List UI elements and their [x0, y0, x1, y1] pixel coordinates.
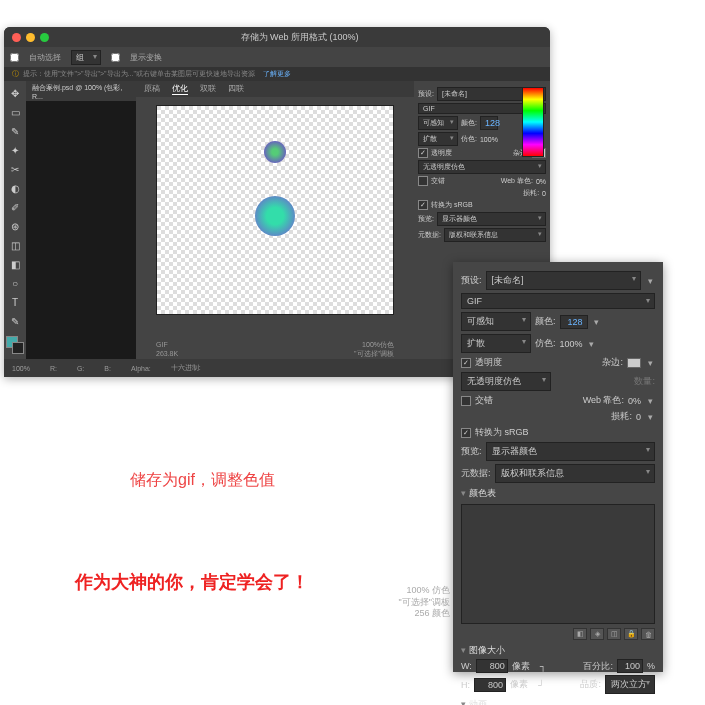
percent-input[interactable] — [617, 659, 643, 673]
ct-btn-lock-icon[interactable]: 🔒 — [624, 628, 638, 640]
hint-bar: ⓘ 提示：使用"文件">"导出">"导出为..."或右键单击某图层可更快速地导出… — [4, 67, 550, 81]
eyedrop-tool-icon[interactable]: ◐ — [7, 180, 23, 196]
preset-select-lg[interactable]: [未命名] — [486, 271, 641, 290]
pen-tool-icon[interactable]: ✎ — [7, 313, 23, 329]
color-swatch[interactable] — [6, 336, 24, 354]
show-transform-label: 显示变换 — [130, 52, 162, 63]
text-tool-icon[interactable]: T — [7, 294, 23, 310]
preview-canvas[interactable] — [156, 105, 394, 315]
toolbar: ✥ ▭ ✎ ✦ ✂ ◐ ✐ ⊛ ◫ ◧ ○ T ✎ — [4, 81, 26, 371]
marquee-tool-icon[interactable]: ▭ — [7, 104, 23, 120]
transparency-checkbox-lg[interactable] — [461, 358, 471, 368]
preview-tabs: 原稿 优化 双联 四联 — [136, 81, 414, 97]
tab-4up[interactable]: 四联 — [228, 83, 244, 95]
ct-btn-1[interactable]: ◧ — [573, 628, 587, 640]
move-tool-icon[interactable]: ✥ — [7, 85, 23, 101]
width-input[interactable] — [476, 659, 508, 673]
options-bar: 自动选择 组 显示变换 — [4, 47, 550, 67]
tab-original[interactable]: 原稿 — [144, 83, 160, 95]
preview-select-lg[interactable]: 显示器颜色 — [486, 442, 655, 461]
window-controls[interactable] — [12, 33, 49, 42]
zoom-icon[interactable] — [40, 33, 49, 42]
shape-small — [264, 141, 286, 163]
settings-panel-large: 预设:[未命名]▾ GIF 可感知颜色:128▾ 扩散仿色:100%▾ 透明度杂… — [453, 262, 663, 672]
dither-select-lg[interactable]: 扩散 — [461, 334, 531, 353]
gradient-tool-icon[interactable]: ◧ — [7, 256, 23, 272]
dither-dropdown-icon[interactable]: ▾ — [587, 339, 597, 349]
dodge-tool-icon[interactable]: ○ — [7, 275, 23, 291]
transparency-checkbox[interactable] — [418, 148, 428, 158]
window-title: 存储为 Web 所用格式 (100%) — [57, 31, 542, 44]
brush-tool-icon[interactable]: ✐ — [7, 199, 23, 215]
trans-dither-select-lg[interactable]: 无透明度仿色 — [461, 372, 551, 391]
side-info: 100% 仿色"可选择"调板256 颜色 — [399, 585, 450, 620]
matte-swatch-lg[interactable] — [627, 358, 641, 368]
zoom-level[interactable]: 100% — [12, 365, 30, 372]
anim-label: 动画 — [469, 699, 487, 705]
titlebar: 存储为 Web 所用格式 (100%) — [4, 27, 550, 47]
ct-btn-3[interactable]: ◫ — [607, 628, 621, 640]
wand-tool-icon[interactable]: ✦ — [7, 142, 23, 158]
caption-2: 作为大神的你，肯定学会了！ — [75, 570, 309, 594]
learn-more-link[interactable]: 了解更多 — [263, 69, 291, 79]
preview-area: 原稿 优化 双联 四联 GIF 263.8K 48 @ 56.6 Kbps 10… — [136, 81, 414, 371]
preview-select[interactable]: 显示器颜色 — [437, 212, 546, 226]
show-transform-checkbox[interactable] — [111, 53, 120, 62]
trans-dither-select[interactable]: 无透明度仿色 — [418, 160, 546, 174]
interlace-checkbox[interactable] — [418, 176, 428, 186]
tab-optimized[interactable]: 优化 — [172, 83, 188, 95]
format-select-lg[interactable]: GIF — [461, 293, 655, 309]
shape-large — [255, 196, 295, 236]
algo-select-lg[interactable]: 可感知 — [461, 312, 531, 331]
preset-label: 预设: — [418, 89, 434, 99]
colors-input-lg[interactable]: 128 — [560, 315, 588, 329]
caption-1: 储存为gif，调整色值 — [130, 470, 275, 491]
tab-2up[interactable]: 双联 — [200, 83, 216, 95]
lasso-tool-icon[interactable]: ✎ — [7, 123, 23, 139]
group-select[interactable]: 组 — [71, 50, 101, 65]
height-input[interactable] — [474, 678, 506, 692]
ct-btn-2[interactable]: ◈ — [590, 628, 604, 640]
metadata-select[interactable]: 版权和联系信息 — [444, 228, 546, 242]
erase-tool-icon[interactable]: ◫ — [7, 237, 23, 253]
metadata-select-lg[interactable]: 版权和联系信息 — [495, 464, 655, 483]
stamp-tool-icon[interactable]: ⊛ — [7, 218, 23, 234]
preset-menu-icon[interactable]: ▾ — [645, 276, 655, 286]
crop-tool-icon[interactable]: ✂ — [7, 161, 23, 177]
ct-btn-trash-icon[interactable]: 🗑 — [641, 628, 655, 640]
document-tab[interactable]: 融合案例.psd @ 100% (包彩, R... — [26, 81, 136, 101]
color-picker-strip[interactable] — [522, 87, 544, 157]
imgsize-label: 图像大小 — [469, 645, 505, 655]
srgb-checkbox[interactable] — [418, 200, 428, 210]
auto-select-checkbox[interactable] — [10, 53, 19, 62]
close-icon[interactable] — [12, 33, 21, 42]
color-table[interactable] — [461, 504, 655, 624]
document-thumbnail: 融合案例.psd @ 100% (包彩, R... — [26, 81, 136, 371]
info-icon: ⓘ — [12, 69, 19, 79]
colortable-label: 颜色表 — [469, 488, 496, 498]
minimize-icon[interactable] — [26, 33, 35, 42]
auto-select-label: 自动选择 — [29, 52, 61, 63]
dither-select[interactable]: 扩散 — [418, 132, 458, 146]
algo-select[interactable]: 可感知 — [418, 116, 458, 130]
hint-text: 提示：使用"文件">"导出">"导出为..."或右键单击某图层可更快速地导出资源 — [23, 69, 255, 79]
interlace-checkbox-lg[interactable] — [461, 396, 471, 406]
quality-select[interactable]: 两次立方 — [605, 675, 655, 694]
colors-input[interactable]: 128 — [480, 116, 498, 130]
color-dropdown-icon[interactable]: ▾ — [592, 317, 602, 327]
srgb-checkbox-lg[interactable] — [461, 428, 471, 438]
